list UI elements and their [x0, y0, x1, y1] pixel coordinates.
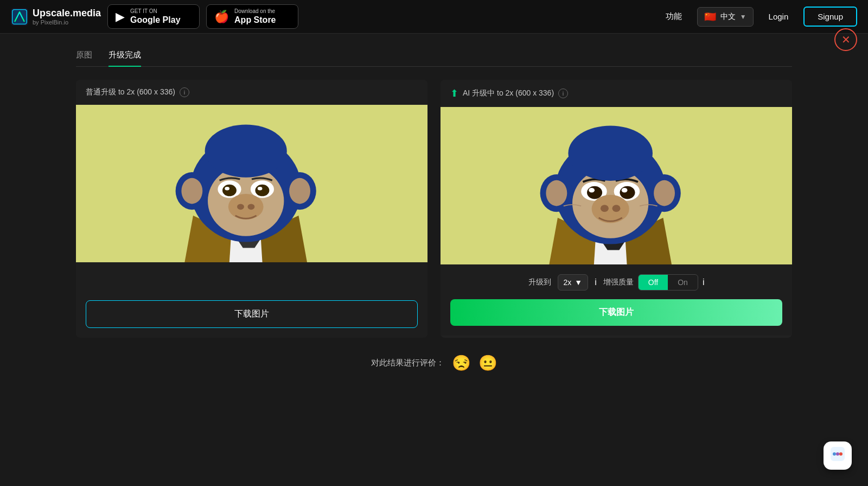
left-panel-controls: 下载图片 — [76, 262, 427, 338]
controls-row: 升级到 2x ▼ i 增强质量 Off On i — [450, 274, 782, 291]
tab-upgraded[interactable]: 升级完成 — [108, 50, 141, 67]
right-panel-controls: 升级到 2x ▼ i 增强质量 Off On i 下载 — [441, 264, 792, 336]
scale-value: 2x — [564, 278, 572, 287]
language-selector[interactable]: 🇨🇳 中文 ▼ — [697, 7, 754, 27]
logo-title: Upscale.media — [33, 8, 101, 19]
left-panel-image — [76, 105, 427, 262]
comparison-panels: 普通升级 to 2x (600 x 336) i — [76, 80, 792, 338]
left-panel-header: 普通升级 to 2x (600 x 336) i — [76, 80, 427, 105]
app-store-button[interactable]: 🍎 Download on the App Store — [206, 4, 298, 29]
tab-original[interactable]: 原图 — [76, 50, 92, 67]
logo-icon — [11, 8, 28, 26]
right-panel: ⬆ AI 升级中 to 2x (600 x 336) i — [441, 80, 792, 338]
svg-point-40 — [589, 188, 595, 193]
right-info-icon[interactable]: i — [558, 89, 568, 98]
logo-text: Upscale.media by PixelBin.io — [33, 8, 101, 26]
svg-point-19 — [255, 185, 269, 197]
rating-label: 对此结果进行评价： — [371, 358, 444, 368]
rating-bad-button[interactable]: 😒 — [452, 354, 471, 372]
svg-point-20 — [258, 187, 263, 190]
app-store-texts: Download on the App Store — [234, 8, 276, 25]
ai-upscale-icon: ⬆ — [450, 87, 458, 99]
svg-point-46 — [612, 205, 620, 212]
app-store-top: Download on the — [234, 8, 276, 15]
header: Upscale.media by PixelBin.io ▶ GET IT ON… — [0, 0, 868, 34]
svg-point-45 — [601, 205, 609, 212]
google-play-top: GET IT ON — [130, 8, 180, 15]
svg-point-51 — [836, 452, 839, 456]
right-monkey-svg — [441, 107, 792, 264]
left-monkey-svg — [76, 105, 427, 262]
svg-point-43 — [622, 188, 628, 193]
right-panel-image — [441, 107, 792, 264]
login-button[interactable]: Login — [760, 12, 797, 21]
svg-point-37 — [654, 180, 675, 206]
svg-point-52 — [839, 452, 843, 456]
toggle-off-button[interactable]: Off — [639, 275, 668, 290]
left-info-icon[interactable]: i — [180, 87, 189, 97]
tabs: 原图 升级完成 — [76, 50, 792, 67]
svg-point-44 — [592, 195, 629, 223]
scale-info-icon[interactable]: i — [595, 277, 597, 287]
svg-point-24 — [205, 125, 287, 178]
left-download-button[interactable]: 下载图片 — [86, 300, 418, 328]
svg-point-47 — [568, 126, 653, 181]
quality-info-icon[interactable]: i — [703, 277, 705, 287]
svg-point-23 — [247, 204, 254, 210]
svg-point-21 — [228, 194, 264, 220]
svg-point-16 — [222, 185, 237, 197]
chevron-down-icon: ▼ — [740, 13, 746, 21]
svg-point-17 — [225, 187, 229, 190]
google-play-icon: ▶ — [116, 10, 125, 24]
svg-point-39 — [587, 186, 602, 199]
chat-fab-button[interactable] — [824, 441, 852, 470]
apple-icon: 🍎 — [214, 10, 229, 24]
right-panel-title: AI 升级中 to 2x (600 x 336) — [463, 89, 554, 98]
svg-point-50 — [833, 452, 836, 456]
svg-point-42 — [620, 186, 635, 199]
svg-point-35 — [546, 180, 567, 206]
quality-toggle-group: 增强质量 Off On i — [603, 274, 705, 291]
right-panel-header: ⬆ AI 升级中 to 2x (600 x 336) i — [441, 80, 792, 107]
toggle-buttons: Off On — [638, 274, 698, 291]
features-button[interactable]: 功能 — [657, 11, 691, 22]
svg-point-14 — [289, 178, 310, 204]
main-content: ✕ 原图 升级完成 普通升级 to 2x (600 x 336) i — [0, 34, 868, 388]
rating-section: 对此结果进行评价： 😒 😐 — [76, 354, 792, 372]
lang-flag: 🇨🇳 — [704, 11, 716, 23]
scale-selector[interactable]: 2x ▼ — [558, 274, 589, 291]
quality-label: 增强质量 — [603, 277, 634, 287]
left-panel: 普通升级 to 2x (600 x 336) i — [76, 80, 427, 338]
chat-icon — [829, 446, 846, 466]
svg-point-22 — [237, 204, 244, 210]
logo-area: Upscale.media by PixelBin.io — [11, 8, 101, 26]
lang-label: 中文 — [720, 12, 736, 22]
close-button[interactable]: ✕ — [834, 28, 857, 51]
toggle-on-button[interactable]: On — [668, 275, 698, 290]
logo-subtitle: by PixelBin.io — [33, 19, 101, 26]
svg-point-12 — [181, 178, 202, 204]
upgrade-label: 升级到 — [528, 277, 551, 287]
app-store-main: App Store — [234, 15, 276, 25]
signup-button[interactable]: Signup — [803, 7, 857, 27]
google-play-button[interactable]: ▶ GET IT ON Google Play — [107, 4, 200, 29]
google-play-main: Google Play — [130, 15, 180, 25]
right-download-button[interactable]: 下载图片 — [450, 299, 782, 326]
left-panel-title: 普通升级 to 2x (600 x 336) — [86, 87, 175, 97]
rating-neutral-button[interactable]: 😐 — [478, 354, 497, 372]
google-play-texts: GET IT ON Google Play — [130, 8, 180, 25]
scale-chevron-icon: ▼ — [575, 278, 582, 287]
